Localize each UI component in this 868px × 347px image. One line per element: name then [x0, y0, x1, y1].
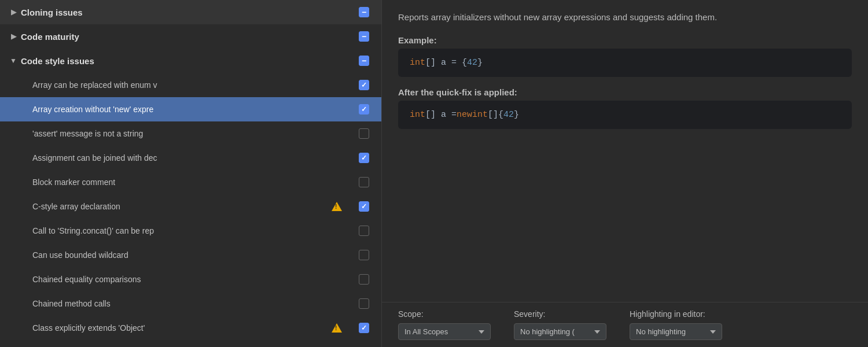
- checkbox-icon: [359, 177, 369, 187]
- checkbox-icon: [359, 80, 369, 90]
- chevron-right-icon: ▶: [9, 32, 17, 40]
- checkbox-icon: [359, 298, 369, 309]
- highlight-label: Highlighting in editor:: [630, 309, 722, 319]
- checkbox-icon: [359, 7, 369, 17]
- code-line-after: int [] a = new int []{ 42 }: [410, 110, 840, 120]
- bounded-wildcard-checkbox[interactable]: [347, 250, 381, 260]
- sidebar-item-label: Code maturity: [21, 32, 347, 42]
- scope-dropdown[interactable]: In All Scopes: [398, 323, 491, 340]
- warning-icon: [332, 201, 342, 212]
- scope-label: Scope:: [398, 309, 491, 319]
- checkbox-icon: [359, 31, 369, 42]
- code-token-42b: 42: [503, 110, 514, 120]
- sidebar-item-assert-message[interactable]: 'assert' message is not a string: [0, 121, 381, 146]
- c-style-checkbox[interactable]: [347, 201, 381, 212]
- checkbox-icon: [359, 226, 369, 236]
- description-area: Reports array initializers without new a…: [382, 0, 868, 31]
- sidebar-item-label: Class explicitly extends 'Object': [32, 323, 332, 333]
- sidebar-item-label: 'assert' message is not a string: [32, 129, 347, 138]
- checkbox-icon: [359, 201, 369, 212]
- warning-triangle-icon: [332, 323, 342, 333]
- sidebar-item-code-style-issues[interactable]: ▼ Code style issues: [0, 49, 381, 73]
- bottom-bar: Scope: In All Scopes Severity: No highli…: [382, 302, 868, 347]
- sidebar-item-code-maturity[interactable]: ▶ Code maturity: [0, 24, 381, 49]
- code-token-close: }: [477, 58, 483, 68]
- array-creation-checkbox[interactable]: [347, 104, 381, 115]
- checkbox-icon: [359, 153, 369, 163]
- after-label: After the quick-fix is applied:: [382, 85, 868, 101]
- cloning-issues-checkbox[interactable]: [347, 7, 381, 17]
- code-token-new: new: [457, 110, 472, 120]
- sidebar-item-block-marker[interactable]: Block marker comment: [0, 170, 381, 194]
- sidebar-item-label: Chained equality comparisons: [32, 275, 347, 284]
- inspection-list: ▶ Cloning issues ▶ Code maturity ▼ Code …: [0, 0, 382, 347]
- code-line: int [] a = { 42 }: [410, 58, 840, 68]
- description-text: Reports array initializers without new a…: [398, 12, 717, 22]
- checkbox-icon: [359, 323, 369, 333]
- sidebar-item-label: Block marker comment: [32, 178, 347, 187]
- code-token-bracket2: [] a =: [425, 110, 457, 120]
- chained-equality-checkbox[interactable]: [347, 274, 381, 285]
- highlight-dropdown[interactable]: No highlighting: [630, 323, 722, 340]
- warning-triangle-icon: [332, 202, 342, 211]
- code-maturity-checkbox[interactable]: [347, 31, 381, 42]
- sidebar-item-label: Assignment can be joined with dec: [32, 153, 347, 163]
- sidebar-item-label: Array creation without 'new' expre: [32, 105, 347, 114]
- chevron-right-icon: ▶: [9, 8, 17, 16]
- assert-checkbox[interactable]: [347, 128, 381, 139]
- sidebar-item-label: Chained method calls: [32, 299, 347, 308]
- sidebar-item-label: Array can be replaced with enum v: [32, 80, 347, 90]
- scope-section: Scope: In All Scopes: [398, 309, 491, 340]
- sidebar-item-label: Code style issues: [21, 56, 347, 66]
- severity-label: Severity:: [514, 309, 606, 319]
- code-token-bracket3: []{: [488, 110, 503, 120]
- sidebar-item-c-style-array[interactable]: C-style array declaration: [0, 194, 381, 219]
- example-label: Example:: [382, 31, 868, 49]
- sidebar-item-label: Call to 'String.concat()' can be rep: [32, 226, 347, 235]
- sidebar-item-assignment-joined[interactable]: Assignment can be joined with dec: [0, 146, 381, 170]
- chained-method-checkbox[interactable]: [347, 298, 381, 309]
- code-token-int2: int: [410, 110, 425, 120]
- sidebar-item-string-concat[interactable]: Call to 'String.concat()' can be rep: [0, 219, 381, 243]
- example-code-block: int [] a = { 42 }: [398, 49, 852, 77]
- highlight-dropdown-text: No highlighting: [636, 327, 705, 336]
- chevron-down-icon: ▼: [9, 57, 17, 65]
- checkbox-icon: [359, 56, 369, 66]
- sidebar-item-label: Cloning issues: [21, 8, 347, 17]
- sidebar-item-label: C-style array declaration: [32, 202, 332, 211]
- scope-dropdown-text: In All Scopes: [404, 327, 474, 336]
- checkbox-icon: [359, 104, 369, 115]
- sidebar-item-label: Can use bounded wildcard: [32, 250, 347, 260]
- sidebar-item-array-enum[interactable]: Array can be replaced with enum v: [0, 73, 381, 97]
- string-concat-checkbox[interactable]: [347, 226, 381, 236]
- block-marker-checkbox[interactable]: [347, 177, 381, 187]
- sidebar-item-chained-method[interactable]: Chained method calls: [0, 291, 381, 316]
- sidebar-item-cloning-issues[interactable]: ▶ Cloning issues: [0, 0, 381, 24]
- code-style-checkbox[interactable]: [347, 56, 381, 66]
- code-token-int3: int: [472, 110, 488, 120]
- checkbox-icon: [359, 128, 369, 139]
- inspection-detail-panel: Reports array initializers without new a…: [382, 0, 868, 347]
- sidebar-item-class-extends-object[interactable]: Class explicitly extends 'Object': [0, 316, 381, 340]
- sidebar-item-array-creation[interactable]: Array creation without 'new' expre: [0, 97, 381, 121]
- code-token-close2: }: [514, 110, 519, 120]
- highlight-section: Highlighting in editor: No highlighting: [630, 309, 722, 340]
- sidebar-item-chained-equality[interactable]: Chained equality comparisons: [0, 267, 381, 291]
- code-token-bracket: [] a = {: [425, 58, 467, 68]
- checkbox-icon: [359, 250, 369, 260]
- warning-icon: [332, 323, 342, 333]
- severity-section: Severity: No highlighting (: [514, 309, 606, 340]
- highlight-dropdown-arrow-icon: [710, 330, 716, 334]
- array-enum-checkbox[interactable]: [347, 80, 381, 90]
- scope-dropdown-arrow-icon: [479, 330, 484, 334]
- assignment-checkbox[interactable]: [347, 153, 381, 163]
- code-token-int: int: [410, 58, 425, 68]
- severity-dropdown[interactable]: No highlighting (: [514, 323, 606, 340]
- severity-dropdown-arrow-icon: [594, 330, 600, 334]
- after-code-block: int [] a = new int []{ 42 }: [398, 101, 852, 129]
- code-token-42: 42: [467, 58, 477, 68]
- class-extends-checkbox[interactable]: [347, 323, 381, 333]
- severity-dropdown-text: No highlighting (: [520, 327, 590, 336]
- sidebar-item-bounded-wildcard[interactable]: Can use bounded wildcard: [0, 243, 381, 267]
- checkbox-icon: [359, 274, 369, 285]
